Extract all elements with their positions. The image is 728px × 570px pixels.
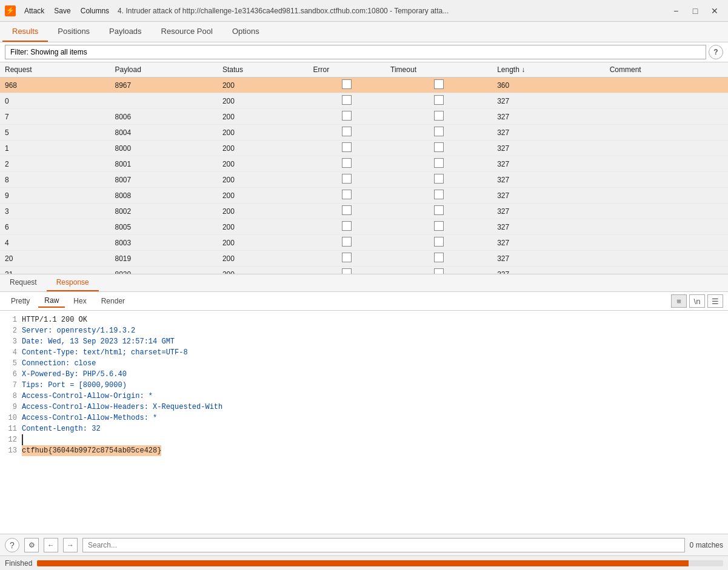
col-header-payload: Payload bbox=[110, 62, 217, 78]
error-checkbox[interactable] bbox=[342, 253, 352, 262]
status-bar: ? ⚙ ← → 0 matches bbox=[0, 534, 728, 555]
timeout-checkbox[interactable] bbox=[434, 95, 444, 105]
response-line: 9Access-Control-Allow-Headers: X-Request… bbox=[5, 402, 723, 413]
timeout-checkbox[interactable] bbox=[434, 268, 444, 274]
timeout-checkbox[interactable] bbox=[434, 221, 444, 231]
table-row[interactable]: 218020200327 bbox=[0, 267, 728, 275]
error-checkbox[interactable] bbox=[342, 237, 352, 247]
tab-payloads[interactable]: Payloads bbox=[99, 22, 151, 42]
settings-button[interactable]: ⚙ bbox=[24, 538, 39, 552]
table-row[interactable]: 0200327 bbox=[0, 93, 728, 109]
back-button[interactable]: ← bbox=[44, 538, 58, 552]
col-header-status: Status bbox=[218, 62, 309, 78]
error-checkbox[interactable] bbox=[342, 142, 352, 152]
error-checkbox[interactable] bbox=[342, 174, 352, 184]
main-tab-bar: ResultsPositionsPayloadsResource PoolOpt… bbox=[0, 22, 728, 42]
line-content: Access-Control-Allow-Headers: X-Requeste… bbox=[22, 402, 222, 413]
line-number: 4 bbox=[5, 347, 22, 358]
line-number: 3 bbox=[5, 336, 22, 347]
timeout-checkbox[interactable] bbox=[434, 190, 444, 199]
maximize-button[interactable]: □ bbox=[687, 5, 704, 17]
line-content: X-Powered-By: PHP/5.6.40 bbox=[22, 369, 127, 380]
timeout-checkbox[interactable] bbox=[434, 111, 444, 121]
table-row[interactable]: 48003200327 bbox=[0, 235, 728, 251]
table-row[interactable]: 88007200327 bbox=[0, 172, 728, 188]
col-header-error: Error bbox=[309, 62, 386, 78]
response-line: 3Date: Wed, 13 Sep 2023 12:57:14 GMT bbox=[5, 336, 723, 347]
error-checkbox[interactable] bbox=[342, 79, 352, 89]
table-row[interactable]: 78006200327 bbox=[0, 109, 728, 125]
error-checkbox[interactable] bbox=[342, 190, 352, 199]
bottom-tab-bar: RequestResponse bbox=[0, 274, 728, 292]
close-button[interactable]: ✕ bbox=[706, 5, 723, 17]
bottom-tab-response[interactable]: Response bbox=[47, 274, 99, 291]
matches-count: 0 matches bbox=[690, 541, 723, 549]
table-row[interactable]: 9688967200360 bbox=[0, 78, 728, 93]
table-row[interactable]: 68005200327 bbox=[0, 219, 728, 235]
timeout-checkbox[interactable] bbox=[434, 158, 444, 168]
timeout-checkbox[interactable] bbox=[434, 253, 444, 262]
columns-menu[interactable]: Columns bbox=[77, 5, 113, 16]
bottom-tab-request[interactable]: Request bbox=[0, 274, 47, 291]
table-row[interactable]: 28001200327 bbox=[0, 156, 728, 172]
table-row[interactable]: 18000200327 bbox=[0, 141, 728, 156]
filter-help-button[interactable]: ? bbox=[709, 45, 723, 59]
filter-input[interactable] bbox=[5, 45, 706, 59]
timeout-checkbox[interactable] bbox=[434, 205, 444, 215]
timeout-checkbox[interactable] bbox=[434, 237, 444, 247]
window-title: 4. Intruder attack of http://challenge-1… bbox=[118, 7, 663, 15]
error-checkbox[interactable] bbox=[342, 221, 352, 231]
tab-results[interactable]: Results bbox=[2, 22, 48, 42]
timeout-checkbox[interactable] bbox=[434, 79, 444, 89]
error-checkbox[interactable] bbox=[342, 158, 352, 168]
help-button[interactable]: ? bbox=[5, 538, 19, 552]
footer-status: Finished bbox=[5, 559, 32, 568]
window-controls: − □ ✕ bbox=[667, 5, 723, 17]
error-checkbox[interactable] bbox=[342, 95, 352, 105]
tab-resource-pool[interactable]: Resource Pool bbox=[152, 22, 222, 42]
line-content: Access-Control-Allow-Methods: * bbox=[22, 413, 157, 423]
word-wrap-icon[interactable]: ≡ bbox=[671, 294, 687, 308]
table-row[interactable]: 38002200327 bbox=[0, 204, 728, 219]
tab-pretty[interactable]: Pretty bbox=[5, 295, 36, 307]
col-header-length[interactable]: Length ↓ bbox=[492, 62, 604, 78]
line-content: Date: Wed, 13 Sep 2023 12:57:14 GMT bbox=[22, 336, 175, 347]
newline-icon[interactable]: \n bbox=[689, 294, 705, 308]
minimize-button[interactable]: − bbox=[667, 5, 684, 17]
table-row[interactable]: 98008200327 bbox=[0, 188, 728, 204]
save-menu[interactable]: Save bbox=[50, 5, 74, 16]
app-icon: ⚡ bbox=[5, 5, 16, 16]
error-checkbox[interactable] bbox=[342, 205, 352, 215]
filter-bar: ? bbox=[0, 42, 728, 62]
line-number: 1 bbox=[5, 314, 22, 325]
timeout-checkbox[interactable] bbox=[434, 174, 444, 184]
line-number: 9 bbox=[5, 402, 22, 413]
error-checkbox[interactable] bbox=[342, 268, 352, 274]
response-line: 8Access-Control-Allow-Origin: * bbox=[5, 391, 723, 402]
timeout-checkbox[interactable] bbox=[434, 142, 444, 152]
menu-icon[interactable]: ☰ bbox=[707, 294, 723, 308]
response-line: 5Connection: close bbox=[5, 358, 723, 369]
col-header-comment: Comment bbox=[605, 62, 728, 78]
error-checkbox[interactable] bbox=[342, 127, 352, 136]
tab-render[interactable]: Render bbox=[95, 295, 131, 307]
tab-positions[interactable]: Positions bbox=[48, 22, 99, 42]
response-line: 7Tips: Port = [8000,9000) bbox=[5, 380, 723, 391]
line-content: Content-Length: 32 bbox=[22, 423, 101, 434]
response-content: 1HTTP/1.1 200 OK2Server: openresty/1.19.… bbox=[0, 311, 728, 534]
line-number: 13 bbox=[5, 445, 22, 456]
attack-menu[interactable]: Attack bbox=[21, 5, 48, 16]
tab-hex[interactable]: Hex bbox=[67, 295, 92, 307]
error-checkbox[interactable] bbox=[342, 111, 352, 121]
title-bar-menu: Attack Save Columns bbox=[21, 5, 113, 16]
line-content: Content-Type: text/html; charset=UTF-8 bbox=[22, 347, 188, 358]
timeout-checkbox[interactable] bbox=[434, 127, 444, 136]
line-content: ctfhub{36044b9972c8754ab05ce428} bbox=[22, 445, 161, 456]
table-row[interactable]: 208019200327 bbox=[0, 251, 728, 267]
forward-button[interactable]: → bbox=[63, 538, 78, 552]
tab-options[interactable]: Options bbox=[222, 22, 269, 42]
sub-tab-icons: ≡ \n ☰ bbox=[671, 294, 723, 308]
table-row[interactable]: 58004200327 bbox=[0, 125, 728, 141]
tab-raw[interactable]: Raw bbox=[38, 294, 65, 308]
search-input[interactable] bbox=[82, 538, 685, 552]
